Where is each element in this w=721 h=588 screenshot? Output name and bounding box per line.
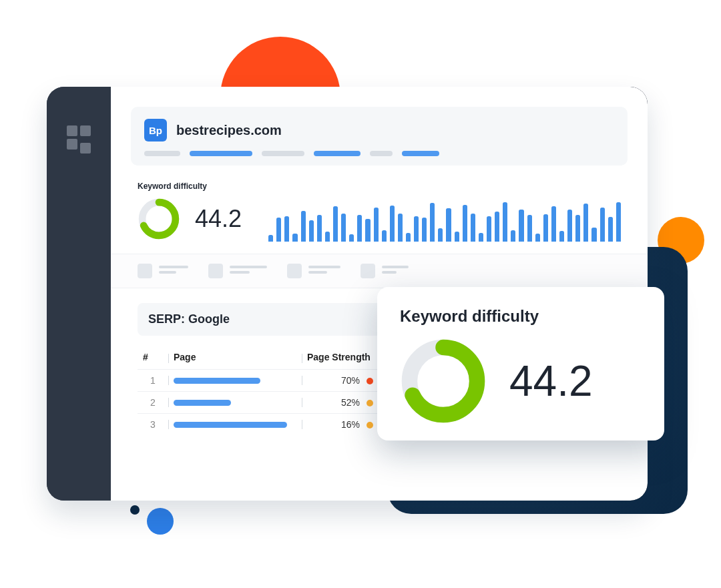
header-tab-pill[interactable]: [190, 151, 252, 156]
histogram-chart: [268, 182, 621, 242]
histogram-bar: [333, 206, 338, 242]
chip-icon: [208, 264, 223, 278]
histogram-bar: [511, 230, 515, 242]
cell-num: 2: [138, 392, 168, 414]
histogram-bar: [567, 210, 572, 242]
dashboard-icon[interactable]: [67, 125, 91, 150]
decor-circle-blue: [147, 508, 174, 535]
histogram-bar: [406, 233, 411, 242]
cell-num: 1: [138, 370, 168, 392]
header-card: Bp bestrecipes.com: [131, 107, 628, 166]
histogram-bar: [422, 218, 427, 242]
header-tab-pill[interactable]: [262, 151, 304, 156]
kd-donut-large-icon: [400, 338, 487, 424]
histogram-bar: [430, 203, 435, 242]
cell-page: [168, 370, 302, 392]
cell-num: 3: [138, 414, 168, 436]
header-tab-pill[interactable]: [314, 151, 360, 156]
filter-chip[interactable]: [287, 264, 340, 278]
domain-name: bestrecipes.com: [176, 123, 282, 138]
filter-chip[interactable]: [360, 264, 409, 278]
chip-icon: [360, 264, 375, 278]
cell-page: [168, 414, 302, 436]
histogram-bar: [471, 214, 475, 242]
kd-value: 44.2: [195, 205, 242, 233]
histogram-bar: [446, 208, 451, 242]
histogram-bar: [317, 215, 322, 242]
histogram-bar: [583, 204, 588, 242]
filter-row: [111, 254, 648, 288]
cell-page: [168, 392, 302, 414]
filter-chip[interactable]: [208, 264, 267, 278]
histogram-bar: [382, 230, 387, 242]
float-value: 44.2: [509, 356, 593, 406]
kd-float-card: Keyword difficulty 44.2: [377, 287, 664, 440]
filter-chip[interactable]: [138, 264, 188, 278]
kd-block: Keyword difficulty 44.2: [138, 182, 242, 240]
histogram-bar: [276, 218, 281, 242]
histogram-bar: [535, 234, 540, 242]
histogram-bar: [357, 215, 362, 242]
histogram-bar: [374, 208, 379, 242]
histogram-bar: [365, 219, 370, 242]
histogram-bar: [487, 216, 491, 242]
histogram-bar: [414, 216, 419, 242]
histogram-bar: [438, 228, 443, 242]
histogram-bar: [463, 205, 467, 242]
histogram-bar: [268, 235, 273, 242]
histogram-bar: [519, 210, 523, 242]
brand-badge: Bp: [144, 119, 167, 141]
header-tabs: [144, 151, 614, 156]
histogram-bar: [608, 217, 613, 242]
chip-icon: [138, 264, 152, 278]
header-tab-pill[interactable]: [402, 151, 439, 156]
histogram-bar: [341, 214, 346, 242]
float-title: Keyword difficulty: [400, 307, 642, 326]
histogram-bar: [559, 231, 564, 242]
histogram-bar: [292, 234, 297, 242]
histogram-bar: [455, 232, 459, 242]
histogram-bar: [551, 206, 556, 242]
chip-icon: [287, 264, 302, 278]
histogram-bar: [309, 220, 314, 242]
histogram-bar: [543, 214, 548, 242]
histogram-bar: [591, 228, 596, 242]
histogram-bar: [503, 202, 507, 242]
kd-label: Keyword difficulty: [138, 182, 242, 191]
histogram-bar: [575, 215, 580, 242]
histogram-bar: [479, 233, 483, 242]
histogram-bar: [301, 211, 306, 242]
histogram-bar: [495, 212, 499, 242]
kd-donut-icon: [138, 198, 180, 240]
histogram-bar: [284, 216, 289, 242]
col-header-page[interactable]: Page: [168, 348, 302, 370]
decor-circle-navy: [130, 505, 140, 515]
header-tab-pill[interactable]: [144, 151, 180, 156]
histogram-bar: [390, 206, 395, 242]
histogram-bar: [600, 208, 605, 242]
histogram-bar: [527, 215, 532, 242]
sidebar: [47, 87, 111, 501]
histogram-bar: [398, 214, 403, 242]
col-header-num[interactable]: #: [138, 348, 168, 370]
histogram-bar: [616, 202, 621, 242]
histogram-bar: [325, 232, 330, 242]
metrics-row: Keyword difficulty 44.2: [111, 182, 648, 254]
histogram-bar: [349, 234, 354, 242]
header-tab-pill[interactable]: [370, 151, 393, 156]
